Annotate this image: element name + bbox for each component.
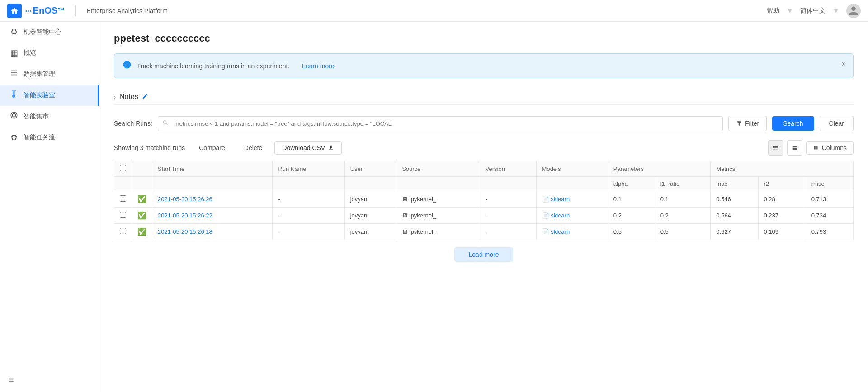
search-input[interactable] — [158, 116, 723, 131]
market-icon — [9, 111, 19, 122]
sidebar-item-market[interactable]: 智能集市 — [0, 106, 99, 127]
row0-time-link[interactable]: 2021-05-20 15:26:26 — [158, 196, 212, 203]
top-bar-right: 帮助 ▼ 简体中文 ▼ — [767, 4, 861, 18]
clear-button[interactable]: Clear — [820, 116, 854, 131]
table-row: ✅ 2021-05-20 15:26:26 - jovyan 🖥 ipykern… — [114, 191, 854, 208]
header-user[interactable]: User — [344, 161, 396, 177]
filter-button[interactable]: Filter — [728, 116, 767, 131]
notes-section: › Notes — [114, 89, 854, 105]
sidebar-item-dataset-label: 数据集管理 — [24, 70, 55, 78]
row0-model-link[interactable]: sklearn — [551, 196, 570, 203]
row1-user: jovyan — [344, 208, 396, 224]
header-run-name[interactable]: Run Name — [273, 161, 344, 177]
delete-button[interactable]: Delete — [237, 141, 269, 155]
model-icon-1: 📄 — [542, 212, 549, 219]
row0-source-text: ipykernel_ — [410, 196, 436, 203]
sidebar-item-lab-label: 智能实验室 — [24, 91, 55, 99]
success-icon-1: ✅ — [137, 212, 146, 219]
grid-view-button[interactable] — [787, 140, 802, 156]
row2-checkbox[interactable] — [120, 228, 126, 234]
row0-checkbox[interactable] — [120, 195, 126, 202]
columns-label: Columns — [822, 144, 847, 151]
sidebar-item-workflow[interactable]: ⚙ 智能任务流 — [0, 127, 99, 148]
row2-run-name: - — [273, 224, 344, 240]
sidebar-item-dataset[interactable]: 数据集管理 — [0, 63, 99, 85]
row2-r2: 0.109 — [758, 224, 806, 240]
row0-start-time[interactable]: 2021-05-20 15:26:26 — [152, 191, 273, 208]
header-empty-5 — [344, 177, 396, 191]
columns-button[interactable]: Columns — [806, 141, 854, 155]
row0-source: 🖥 ipykernel_ — [396, 191, 480, 208]
row2-rmse: 0.793 — [806, 224, 853, 240]
header-source[interactable]: Source — [396, 161, 480, 177]
success-icon: ✅ — [137, 195, 146, 203]
page-title: ppetest_cccccccccc — [114, 33, 854, 44]
row1-checkbox[interactable] — [120, 212, 126, 218]
header-models[interactable]: Models — [536, 161, 608, 177]
search-input-wrapper — [158, 116, 723, 131]
row2-source-text: ipykernel_ — [410, 228, 436, 235]
header-l1-ratio[interactable]: l1_ratio — [655, 177, 711, 191]
header-rmse[interactable]: rmse — [806, 177, 853, 191]
language-button[interactable]: 简体中文 — [800, 7, 826, 15]
row1-source: 🖥 ipykernel_ — [396, 208, 480, 224]
row2-model-link[interactable]: sklearn — [551, 228, 570, 235]
avatar[interactable] — [846, 4, 861, 18]
showing-text: Showing 3 matching runs — [114, 144, 185, 151]
download-csv-button[interactable]: Download CSV — [274, 141, 342, 155]
brain-icon: ⚙ — [9, 27, 19, 37]
header-r2[interactable]: r2 — [758, 177, 806, 191]
load-more-button[interactable]: Load more — [454, 247, 514, 262]
row2-source: 🖥 ipykernel_ — [396, 224, 480, 240]
header-start-time[interactable]: Start Time — [152, 161, 273, 177]
learn-more-link[interactable]: Learn more — [302, 62, 335, 70]
search-button[interactable]: Search — [772, 116, 814, 131]
sidebar-item-overview[interactable]: ▦ 概览 — [0, 43, 99, 63]
help-button[interactable]: 帮助 — [767, 7, 779, 15]
home-button[interactable] — [7, 4, 22, 18]
lab-icon — [9, 90, 19, 100]
row0-status: ✅ — [132, 191, 152, 208]
model-icon-2: 📄 — [542, 228, 549, 235]
notes-toggle-button[interactable]: › Notes — [114, 93, 138, 101]
row1-l1-ratio: 0.2 — [655, 208, 711, 224]
row0-mae: 0.546 — [711, 191, 758, 208]
table-toolbar: Showing 3 matching runs Compare Delete D… — [114, 140, 854, 156]
row0-rmse: 0.713 — [806, 191, 853, 208]
row2-time-link[interactable]: 2021-05-20 15:26:18 — [158, 228, 212, 235]
compare-button[interactable]: Compare — [192, 141, 232, 155]
header-mae[interactable]: mae — [711, 177, 758, 191]
table-row: ✅ 2021-05-20 15:26:22 - jovyan 🖥 ipykern… — [114, 208, 854, 224]
header-version[interactable]: Version — [480, 161, 536, 177]
header-alpha[interactable]: alpha — [608, 177, 655, 191]
row1-alpha: 0.2 — [608, 208, 655, 224]
row0-version: - — [480, 191, 536, 208]
success-icon-2: ✅ — [137, 228, 146, 236]
source-icon-0: 🖥 — [402, 196, 408, 203]
select-all-checkbox[interactable] — [120, 165, 126, 171]
source-icon-1: 🖥 — [402, 212, 408, 219]
row2-start-time[interactable]: 2021-05-20 15:26:18 — [152, 224, 273, 240]
header-metrics-group: Metrics — [711, 161, 854, 177]
header-empty-1 — [114, 177, 132, 191]
notes-edit-button[interactable] — [142, 93, 148, 101]
list-view-button[interactable] — [768, 140, 783, 156]
info-close-button[interactable]: × — [842, 60, 846, 68]
header-empty-6 — [396, 177, 480, 191]
row1-status: ✅ — [132, 208, 152, 224]
row0-checkbox-cell — [114, 191, 132, 208]
row1-time-link[interactable]: 2021-05-20 15:26:22 — [158, 212, 212, 219]
row1-start-time[interactable]: 2021-05-20 15:26:22 — [152, 208, 273, 224]
collapse-button[interactable]: ≡ — [9, 375, 14, 384]
sidebar-bottom: ≡ — [0, 368, 99, 392]
table-row: ✅ 2021-05-20 15:26:18 - jovyan 🖥 ipykern… — [114, 224, 854, 240]
dataset-icon — [9, 69, 19, 79]
header-status-col — [132, 161, 152, 177]
row1-model-link[interactable]: sklearn — [551, 212, 570, 219]
view-controls: Columns — [768, 140, 854, 156]
info-banner-text: Track machine learning training runs in … — [137, 62, 289, 70]
row2-l1-ratio: 0.5 — [655, 224, 711, 240]
sidebar-item-lab[interactable]: 智能实验室 — [0, 85, 99, 106]
row2-mae: 0.627 — [711, 224, 758, 240]
search-runs-label: Search Runs: — [114, 120, 152, 127]
